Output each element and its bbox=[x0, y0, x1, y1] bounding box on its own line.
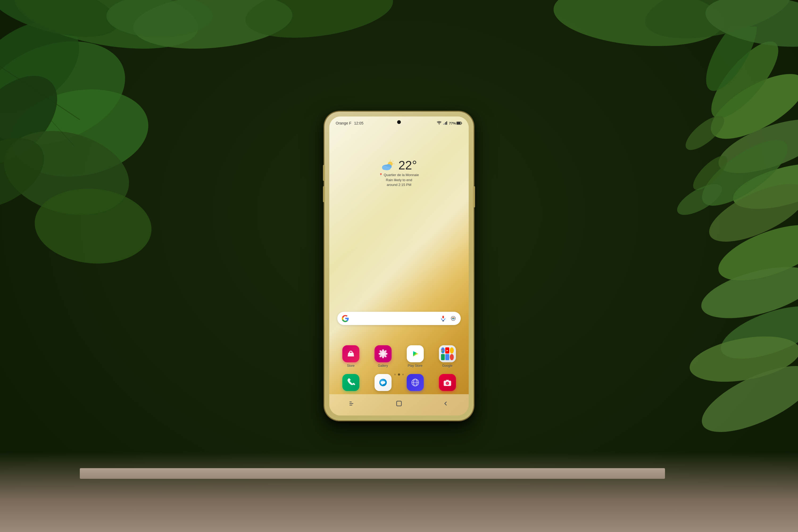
gallery-label: Gallery bbox=[378, 364, 388, 367]
signal-icon bbox=[443, 121, 448, 126]
phone-screen: Orange F 12:05 bbox=[329, 116, 469, 416]
messages-icon bbox=[375, 374, 392, 391]
svg-rect-33 bbox=[444, 123, 445, 125]
right-foliage bbox=[519, 26, 798, 452]
home-button[interactable] bbox=[394, 399, 404, 408]
phone-body: Orange F 12:05 bbox=[324, 112, 474, 420]
svg-rect-34 bbox=[445, 122, 446, 125]
svg-point-46 bbox=[383, 167, 391, 170]
google-folder-label: Google bbox=[442, 364, 453, 367]
battery-percent: 77% bbox=[449, 121, 456, 125]
app-row-1: Store bbox=[335, 345, 463, 367]
status-time: 12:05 bbox=[354, 121, 363, 125]
ground-surface bbox=[0, 452, 798, 532]
battery-indicator: 77% bbox=[449, 121, 462, 125]
weather-widget[interactable]: 22° 📍 Quartier de la Monnaie Rain likely… bbox=[379, 159, 419, 187]
svg-point-72 bbox=[446, 382, 449, 384]
volume-up-button[interactable] bbox=[323, 165, 325, 181]
app-gallery[interactable]: Gallery bbox=[373, 345, 394, 367]
app-phone[interactable] bbox=[340, 374, 361, 391]
svg-point-31 bbox=[702, 0, 798, 54]
svg-rect-35 bbox=[446, 121, 447, 125]
svg-point-73 bbox=[449, 381, 450, 382]
navigation-bar bbox=[329, 394, 469, 416]
app-google-folder[interactable]: Google bbox=[437, 345, 458, 367]
power-button[interactable] bbox=[473, 186, 475, 208]
store-label: Store bbox=[347, 364, 355, 367]
status-carrier-time: Orange F 12:05 bbox=[336, 121, 363, 125]
recent-apps-button[interactable] bbox=[348, 399, 357, 408]
weather-description: Rain likely to end around 2:15 PM bbox=[379, 178, 419, 187]
google-logo bbox=[342, 315, 349, 322]
wifi-icon bbox=[437, 121, 441, 126]
svg-point-28 bbox=[242, 0, 397, 46]
folder-dot-1 bbox=[441, 347, 445, 354]
svg-rect-77 bbox=[397, 401, 401, 406]
camera-icon bbox=[439, 374, 456, 391]
play-store-icon bbox=[407, 345, 424, 362]
app-play-store[interactable]: Play Store bbox=[404, 345, 426, 367]
svg-point-51 bbox=[453, 318, 454, 319]
shelf-edge bbox=[80, 468, 665, 479]
weather-desc-line1: Rain likely to end bbox=[386, 178, 412, 182]
svg-rect-37 bbox=[457, 122, 460, 124]
store-icon bbox=[342, 345, 359, 362]
folder-dot-6 bbox=[450, 354, 454, 360]
phone-icon bbox=[342, 374, 359, 391]
svg-rect-38 bbox=[461, 122, 462, 124]
app-grid: Store bbox=[335, 345, 463, 370]
app-store[interactable]: Store bbox=[340, 345, 361, 367]
status-indicators: 77% bbox=[437, 121, 462, 126]
gallery-icon bbox=[375, 345, 392, 362]
app-camera[interactable] bbox=[437, 374, 458, 391]
location-pin-icon: 📍 bbox=[379, 173, 383, 177]
dock-row bbox=[335, 374, 463, 391]
google-search-bar[interactable] bbox=[337, 312, 461, 325]
app-dock bbox=[335, 374, 463, 394]
weather-condition-icon bbox=[381, 160, 396, 171]
location-text: Quartier de la Monnaie bbox=[384, 173, 419, 177]
weather-desc-line2: around 2:15 PM bbox=[387, 183, 412, 187]
weather-location: 📍 Quartier de la Monnaie bbox=[379, 173, 419, 177]
svg-rect-32 bbox=[443, 124, 444, 125]
carrier-name: Orange F bbox=[336, 121, 352, 125]
google-folder-icon bbox=[439, 345, 456, 362]
folder-dot-4 bbox=[441, 354, 445, 360]
weather-main: 22° bbox=[379, 159, 419, 171]
folder-dot-2 bbox=[445, 347, 449, 354]
folder-dot-5 bbox=[445, 354, 449, 360]
search-action-icons bbox=[440, 315, 456, 322]
svg-line-41 bbox=[393, 161, 394, 162]
svg-rect-47 bbox=[442, 316, 444, 318]
temperature-display: 22° bbox=[398, 159, 417, 171]
front-camera bbox=[397, 120, 401, 124]
voice-search-icon[interactable] bbox=[440, 315, 446, 322]
back-button[interactable] bbox=[441, 399, 450, 408]
volume-down-button[interactable] bbox=[323, 186, 325, 202]
folder-dot-3 bbox=[450, 347, 454, 354]
internet-icon bbox=[407, 374, 424, 391]
folder-apps-grid bbox=[439, 345, 456, 362]
app-internet[interactable] bbox=[404, 374, 426, 391]
app-messages[interactable] bbox=[373, 374, 394, 391]
phone-device: Orange F 12:05 bbox=[324, 112, 474, 420]
top-foliage bbox=[0, 0, 798, 80]
play-store-label: Play Store bbox=[408, 364, 422, 367]
lens-search-icon[interactable] bbox=[450, 315, 456, 322]
